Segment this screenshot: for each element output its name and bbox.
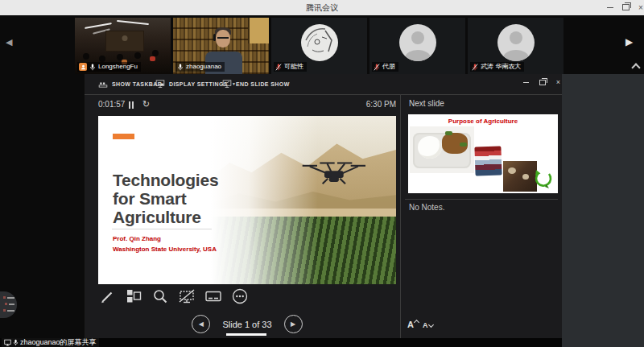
video-tile-wutao[interactable]: 武涛 华南农大 [468,18,564,74]
slide-title: Technologies for Smart Agriculture [113,171,218,226]
title-divider [112,229,212,229]
annotation-toolbar [98,287,249,305]
screen-share-icon [4,339,11,346]
increase-notes-font-button[interactable]: A [407,320,419,329]
zoom-slide-button[interactable] [151,287,169,305]
mic-icon [177,64,184,71]
participant-label: LongshengFu [77,62,141,72]
powerpoint-presenter-view: SHOW TASKBAR DISPLAY SETTINGS ▼ END SLID… [85,74,562,338]
pen-icon [99,288,115,304]
show-taskbar-button[interactable]: SHOW TASKBAR [98,79,162,89]
tencent-meeting-window: 腾讯会议 × ◀ ▶ LongshengFu [0,0,644,347]
window-close-button[interactable]: × [552,77,564,87]
app-close-button[interactable]: × [634,0,644,14]
recycle-icon [534,169,553,190]
show-taskbar-label: SHOW TASKBAR [112,81,162,87]
decrease-notes-font-button[interactable]: A [423,321,433,329]
participant-name: 代朋 [382,63,395,71]
strip-next-icon[interactable]: ▶ [625,38,633,47]
see-all-slides-button[interactable] [125,287,142,305]
toolbar-divider [85,94,562,95]
next-slide-title: Purpose of Agriculture [408,118,558,125]
next-slide-heading: Next slide [409,99,444,108]
restart-timer-icon[interactable]: ↻ [142,100,150,109]
food-photo [410,126,474,173]
room-participants-icon [79,63,87,71]
ellipsis-icon [231,287,249,305]
slide-navigation: ◀ Slide 1 of 33 ▶ [98,315,396,333]
participant-label: 可能性 [274,62,307,72]
notes-text: No Notes. [409,203,444,212]
sketch-avatar-icon [301,24,338,61]
elapsed-timer: 0:01:57 [98,100,125,109]
panel-divider [400,94,401,338]
drone-icon [299,161,367,185]
black-screen-button[interactable] [178,287,196,305]
app-title: 腾讯会议 [0,2,644,14]
minimize-icon [523,82,529,83]
next-slide-button[interactable]: ▶ [284,315,303,333]
participant-name: 可能性 [284,63,303,71]
video-tile-zhaoguanao[interactable]: zhaoguanao [173,18,269,74]
subtitles-icon [204,288,222,304]
magnifier-icon [152,288,168,304]
mic-muted-icon [472,64,478,71]
slide-counter: Slide 1 of 33 [222,320,271,329]
window-restore-button[interactable] [536,77,548,87]
restore-icon [539,80,546,85]
livestock-photo [503,161,537,192]
minimize-icon [607,7,613,8]
slide-affiliation: Washington State University, USA [113,246,217,253]
mic-icon [13,339,19,346]
window-minimize-button[interactable] [520,77,532,87]
mic-icon [89,64,96,71]
end-slide-show-label: END SLIDE SHOW [236,81,290,87]
close-icon: × [556,78,560,86]
caret-up-icon [414,320,419,325]
textiles-photo [474,146,502,176]
subtitles-button[interactable] [204,287,222,305]
avatar [399,24,436,61]
font-increase-label: A [407,320,414,329]
prev-icon: ◀ [199,321,204,328]
display-settings-label: DISPLAY SETTINGS [169,81,228,87]
next-slide-thumbnail[interactable]: Purpose of Agriculture [408,114,558,193]
caret-down-icon [427,322,433,328]
participant-label: 代朋 [372,62,398,72]
avatar [301,24,338,61]
restore-icon [622,4,630,10]
mic-muted-icon [374,64,380,71]
mic-muted-icon [275,64,282,71]
app-titlebar: 腾讯会议 × [0,0,644,16]
strip-prev-icon[interactable]: ◀ [6,38,12,47]
app-minimize-button[interactable] [603,0,617,14]
end-slide-show-button[interactable]: END SLIDE SHOW [222,79,290,89]
participant-name: zhaoguanao [186,63,221,71]
more-options-button[interactable] [231,287,249,305]
current-slide: Technologies for Smart Agriculture Prof.… [98,116,396,284]
pause-timer-button[interactable] [129,101,134,109]
screen-share-label: zhaoguanao的屏幕共享 [2,338,99,347]
video-tile-kenengxing[interactable]: 可能性 [271,18,367,74]
accent-bar [113,134,134,139]
slides-grid-icon [126,288,142,304]
black-screen-icon [178,288,196,304]
video-tile-longshengfu[interactable]: LongshengFu [75,18,171,74]
next-icon: ▶ [291,321,295,328]
video-tile-daipeng[interactable]: 代朋 [369,18,465,74]
share-status-bar: zhaoguanao的屏幕共享 [0,338,562,347]
clock-time: 6:30 PM [336,100,396,109]
participant-label: zhaoguanao [175,62,225,72]
avatar [497,24,535,61]
participant-name: LongshengFu [98,63,138,71]
pen-button[interactable] [98,287,116,305]
desktop-background [562,74,644,347]
font-decrease-label: A [423,321,428,329]
share-label-text: zhaoguanao的屏幕共享 [20,338,97,347]
app-restore-button[interactable] [618,0,633,14]
slide-counter-underline [226,333,266,336]
participant-name: 武涛 华南农大 [481,63,521,71]
previous-slide-button[interactable]: ◀ [192,315,210,333]
person-icon [80,64,86,70]
monitor-icon [155,79,165,89]
